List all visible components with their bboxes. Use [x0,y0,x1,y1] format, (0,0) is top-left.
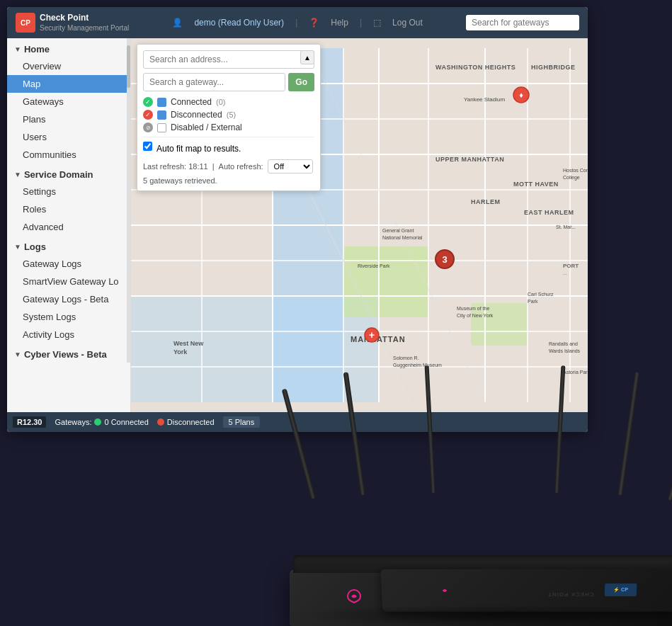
address-search-input[interactable] [143,50,314,69]
sidebar-item-overview[interactable]: Overview [7,57,130,75]
svg-text:MOTT HAVEN: MOTT HAVEN [513,181,559,188]
sidebar-item-activity-logs[interactable]: Activity Logs [7,326,130,343]
antenna-1 [282,389,316,499]
sidebar-item-roles[interactable]: Roles [7,200,130,218]
svg-text:Museum of the: Museum of the [457,306,489,311]
svg-text:Riverside Park: Riverside Park [358,263,390,268]
router2-logo-block: ⚡ CP [605,584,637,596]
sidebar-item-gateway-logs-beta[interactable]: Gateway Logs - Beta [7,290,130,308]
sidebar-section-cyber-label: Cyber Views - Beta [24,349,107,360]
logo-area: CP Check Point Security Management Porta… [16,13,129,33]
gateway-search-input[interactable] [466,15,579,30]
logout-link[interactable]: Log Out [392,18,423,28]
disabled-dot: ⊘ [143,123,153,132]
header-nav: 👤 demo (Read Only User) | ❓ Help | ⬚ Log… [135,18,460,28]
logout-icon: ⬚ [373,18,381,28]
logo-text: Check Point Security Management Portal [40,13,129,33]
gateway-filter-input[interactable] [143,73,285,91]
disconnected-dot: ✓ [143,110,153,120]
router2-brand-reflected: CHECK POINT [547,591,594,598]
svg-text:National Memorial: National Memorial [382,235,423,240]
svg-text:3: 3 [442,254,447,265]
auto-fit-row: Auto fit map to results. [143,142,314,155]
svg-text:...: ... [563,271,567,275]
filter-disconnected: ✓ Disconnected (5) [143,110,314,120]
sidebar-item-plans[interactable]: Plans [7,110,130,128]
svg-text:♦: ♦ [519,91,523,99]
svg-text:College: College [563,175,580,181]
filter-disabled: ⊘ Disabled / External [143,123,314,132]
sidebar-item-map[interactable]: Map [7,75,130,93]
gateways-label: Gateways: [55,418,91,426]
sidebar-item-settings[interactable]: Settings [7,183,130,200]
router-device: ✓ CHECK POINT CHECK POINT ⚡ CP [290,314,672,626]
svg-text:Hostos Community: Hostos Community [563,168,588,173]
svg-text:Carl Schurz: Carl Schurz [528,292,554,297]
plans-label: 5 Plans [229,418,255,426]
sidebar-item-advanced[interactable]: Advanced [7,218,130,236]
sidebar-item-users[interactable]: Users [7,128,130,146]
auto-refresh-select[interactable]: Off 1 min 5 min 10 min [268,159,313,173]
svg-text:General Grant: General Grant [382,228,414,233]
antenna-6 [667,388,672,501]
connected-label: Connected [171,97,212,107]
svg-text:UPPER MANHATTAN: UPPER MANHATTAN [435,156,504,163]
disconnected-checkbox[interactable] [157,110,166,120]
router2-logo [438,584,452,599]
refresh-row: Last refresh: 18:11 | Auto refresh: Off … [143,159,314,173]
arrow-icon-4: ▼ [14,351,21,358]
user-icon: 👤 [172,18,183,28]
sidebar-section-service-domain-label: Service Domain [24,169,93,180]
divider [143,137,314,137]
disconnected-label: Disconnected [171,110,222,120]
username: demo (Read Only User) [194,18,284,28]
antenna-5 [617,372,639,495]
antenna-4 [554,365,565,493]
connected-status: 0 Connected [104,418,148,426]
filter-connected: ✓ Connected (0) [143,97,314,107]
disconnected-status-text: Disconnected [167,418,215,426]
svg-text:EAST HARLEM: EAST HARLEM [524,209,574,216]
retrieved-text: 5 gateways retrieved. [143,176,314,185]
arrow-icon-2: ▼ [14,171,21,178]
last-refresh-text: Last refresh: 18:11 [143,162,208,171]
go-button[interactable]: Go [288,73,314,91]
gateways-status: Gateways: 0 Connected [55,418,148,426]
help-link[interactable]: Help [331,18,348,28]
disconnected-status-dot [157,419,164,426]
sidebar-item-gateways[interactable]: Gateways [7,93,130,110]
map-panel: Go ▲ ✓ Connected (0) [137,44,321,191]
svg-text:PORT: PORT [563,263,579,269]
svg-text:Park: Park [528,299,538,304]
plans-tab[interactable]: 5 Plans [223,416,261,428]
disabled-label: Disabled / External [171,123,242,132]
sidebar-section-home[interactable]: ▼ Home [7,38,130,57]
svg-text:HIGHBRIDGE: HIGHBRIDGE [531,64,576,71]
connected-checkbox[interactable] [157,98,166,107]
sidebar: ▼ Home Overview Map Gateways Plans Users… [7,38,131,412]
version-badge: R12.30 [13,416,46,428]
arrow-icon: ▼ [14,45,21,53]
disabled-checkbox[interactable] [157,123,166,132]
sidebar-section-logs-label: Logs [24,241,46,252]
sidebar-item-gateway-logs[interactable]: Gateway Logs [7,255,130,273]
svg-text:WASHINGTON HEIGHTS: WASHINGTON HEIGHTS [435,64,516,71]
svg-text:Yankee Stadium: Yankee Stadium [464,96,505,103]
sidebar-item-system-logs[interactable]: System Logs [7,308,130,326]
sidebar-section-logs[interactable]: ▼ Logs [7,236,130,255]
arrow-icon-3: ▼ [14,243,21,251]
sidebar-item-smartview[interactable]: SmartView Gateway Lo [7,273,130,290]
disconnected-count: (5) [227,110,236,119]
sidebar-section-service-domain[interactable]: ▼ Service Domain [7,164,130,183]
svg-text:St. Mar...: St. Mar... [556,224,576,229]
connected-status-dot [94,419,101,426]
antenna-2 [343,372,365,495]
header: CP Check Point Security Management Porta… [7,7,588,38]
sidebar-section-home-label: Home [24,44,50,55]
sidebar-section-cyber[interactable]: ▼ Cyber Views - Beta [7,343,130,363]
sidebar-item-communities[interactable]: Communities [7,146,130,164]
svg-text:York: York [173,348,188,355]
connected-count: (0) [216,98,225,106]
auto-fit-checkbox[interactable] [143,142,152,151]
collapse-button[interactable]: ▲ [300,50,314,64]
